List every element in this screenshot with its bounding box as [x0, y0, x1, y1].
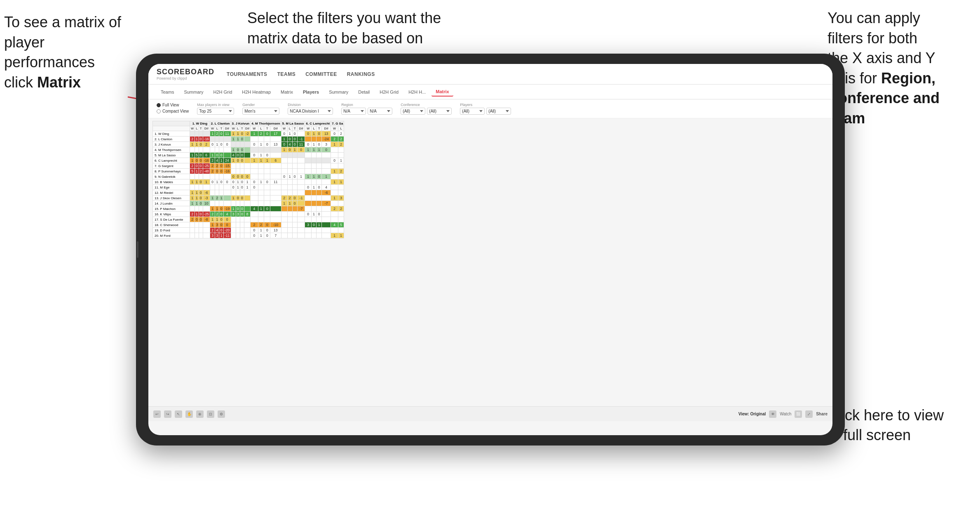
tab-player-h2h-grid[interactable]: H2H Grid [375, 88, 403, 96]
matrix-col-header-6: 6. C Lamprecht [305, 121, 331, 126]
nav-tournaments[interactable]: TOURNAMENTS [227, 71, 267, 77]
row-name-13: 13. J Skov Olesen [153, 196, 190, 201]
sh-t3: T [240, 126, 244, 131]
conference-x-select[interactable]: (All) [401, 108, 425, 115]
sub-nav: Teams Summary H2H Grid H2H Heatmap Matri… [148, 85, 832, 99]
tab-summary[interactable]: Summary [180, 88, 207, 96]
tab-h2h-heatmap[interactable]: H2H Heatmap [238, 88, 275, 96]
row-name-7: 7. G Sargent [153, 163, 190, 169]
table-row: 5. M La Sasso 1506 100 400 010 [153, 153, 344, 158]
row-name-14: 14. J Lundin [153, 201, 190, 206]
row-name-8: 8. P Summerhays [153, 169, 190, 174]
players-x-select[interactable]: (All) [460, 108, 485, 115]
filter-gender: Gender Men's Women's [242, 103, 279, 115]
pointer-icon[interactable]: ↖ [175, 410, 182, 418]
app-header: SCOREBOARD Powered by clippd TOURNAMENTS… [148, 64, 832, 85]
nav-teams[interactable]: TEAMS [277, 71, 296, 77]
table-row: 1. W Ding 12011 110-2 12017 010 01013 02 [153, 131, 344, 137]
table-row: 14. J Lundin 11010 110 -7 [153, 201, 344, 206]
table-row: 10. B Valdes 1101 0100 0101 01011 11 [153, 179, 344, 185]
row-name-19: 19. D Ford [153, 228, 190, 233]
compact-view-label: Compact View [162, 109, 189, 113]
filter-conference: Conference (All) (All) [401, 103, 452, 115]
matrix-subheader-empty [153, 126, 190, 131]
row-name-15: 15. P Maichon [153, 206, 190, 212]
sh-l3: L [236, 126, 240, 131]
region-x-select[interactable]: N/A [341, 108, 366, 115]
row-name-3: 3. J Koivun [153, 142, 190, 147]
sh-l4: L [258, 126, 264, 131]
settings-icon[interactable]: ⚙ [218, 410, 225, 418]
hand-icon[interactable]: ✋ [185, 410, 193, 418]
sh-d3: Dif [244, 126, 250, 131]
matrix-content-area: 1. W Ding 2. L Clanton 3. J Koivun 4. M … [148, 118, 832, 406]
table-row: 16. K Vilips 210-25 2204 3308 010 [153, 212, 344, 217]
annotation-bottomright: Click here to view in full screen [828, 405, 976, 446]
sh-w7: W [331, 126, 338, 131]
table-row: 9. N Gabrelcik 0000 0101 1101 [153, 174, 344, 179]
annotation-topcenter-text: Select the filters you want the matrix d… [247, 9, 441, 47]
matrix-col-header-5: 5. M La Sasso [281, 121, 305, 126]
table-row: 20. M Ford 331-11 0107 11 [153, 233, 344, 238]
row-name-17: 17. S De La Fuente [153, 217, 190, 222]
table-row: 18. C Sherwood 1300 220-10 301 45 [153, 222, 344, 228]
region-y-select[interactable]: N/A [368, 108, 392, 115]
sh-d6: Dif [321, 126, 331, 131]
matrix-col-header-1: 1. W Ding [190, 121, 210, 126]
table-row: 11. M Ege 0101 0 0104 [153, 185, 344, 190]
expand-icon[interactable]: ⤢ [805, 410, 813, 418]
radio-full-view[interactable] [157, 103, 161, 107]
gender-select[interactable]: Men's Women's [242, 108, 279, 115]
fit-icon[interactable]: ⊡ [207, 410, 214, 418]
matrix-col-header-7: 7. G Sa [331, 121, 344, 126]
tablet-side-button [137, 241, 138, 258]
sh-d2: Dif [223, 126, 231, 131]
tab-player-summary[interactable]: Summary [325, 88, 352, 96]
share-label[interactable]: Share [816, 412, 828, 416]
redo-icon[interactable]: ↪ [164, 410, 171, 418]
tab-players[interactable]: Players [299, 88, 323, 96]
tab-player-h2h-h[interactable]: H2H H... [404, 88, 430, 96]
division-select[interactable]: NCAA Division I NCAA Division II [288, 108, 333, 115]
watch-icon[interactable]: 👁 [769, 410, 776, 418]
tab-matrix-left[interactable]: Matrix [277, 88, 297, 96]
annotation-bottomright-text: Click here to view in full screen [828, 407, 944, 444]
table-row: 3. J Koivun 1102 0100 01013 04011 0103 1… [153, 142, 344, 147]
row-name-9: 9. N Gabrelcik [153, 174, 190, 179]
sh-t4: T [264, 126, 270, 131]
row-name-11: 11. M Ege [153, 185, 190, 190]
logo-title: SCOREBOARD [157, 68, 214, 76]
players-y-select[interactable]: (All) [486, 108, 511, 115]
radio-compact-view[interactable] [157, 109, 161, 113]
scoreboard-logo: SCOREBOARD Powered by clippd [157, 68, 214, 80]
sh-w2: W [210, 126, 215, 131]
sh-l1: L [195, 126, 199, 131]
table-row: 12. M Riedel 110-6 -6 [153, 190, 344, 196]
annotation-topcenter: Select the filters you want the matrix d… [247, 8, 462, 48]
sh-t5: T [292, 126, 297, 131]
nav-rankings[interactable]: RANKINGS [347, 71, 375, 77]
logo-subtitle: Powered by clippd [157, 76, 214, 80]
tab-teams[interactable]: Teams [157, 88, 178, 96]
filter-division: Division NCAA Division I NCAA Division I… [288, 103, 333, 115]
tablet-screen: SCOREBOARD Powered by clippd TOURNAMENTS… [148, 64, 832, 435]
row-name-12: 12. M Riedel [153, 190, 190, 196]
undo-icon[interactable]: ↩ [153, 410, 161, 418]
table-row: 13. J Skov Olesen 110-3 121 100 220-1 13 [153, 196, 344, 201]
watch-label: Watch [780, 412, 791, 416]
bottom-toolbar: ↩ ↪ ↖ ✋ ⊕ ⊡ ⚙ View: Original 👁 Watch ⬜ ⤢… [148, 406, 832, 421]
filters-row: Full View Compact View Max players in vi… [148, 99, 832, 118]
sh-w3: W [231, 126, 236, 131]
max-players-select[interactable]: Top 25 Top 50 [197, 108, 234, 115]
tab-h2h-grid[interactable]: H2H Grid [209, 88, 236, 96]
sh-l5: L [287, 126, 292, 131]
nav-committee[interactable]: COMMITTEE [305, 71, 337, 77]
tab-matrix-active[interactable]: Matrix [431, 87, 453, 97]
sh-d4: Dif [270, 126, 281, 131]
zoom-in-icon[interactable]: ⊕ [196, 410, 204, 418]
conference-y-select[interactable]: (All) [427, 108, 452, 115]
view-options: Full View Compact View [157, 103, 189, 113]
screen-icon[interactable]: ⬜ [795, 410, 802, 418]
tab-detail[interactable]: Detail [354, 88, 374, 96]
filter-region: Region N/A N/A [341, 103, 392, 115]
